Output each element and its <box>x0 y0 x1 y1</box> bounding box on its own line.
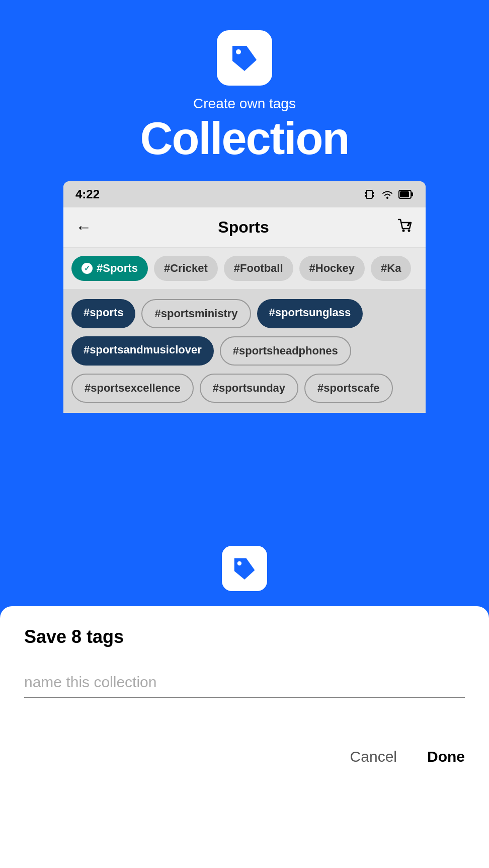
bottom-actions: Cancel Done <box>24 748 465 765</box>
vibrate-icon <box>362 187 376 201</box>
collection-name-input[interactable] <box>24 668 465 698</box>
bottom-overlay: Save 8 tags Cancel Done <box>0 526 489 868</box>
svg-rect-1 <box>366 190 372 198</box>
hashtag-sportsandmusiclover[interactable]: #sportsandmusiclover <box>71 336 214 366</box>
bottom-sheet: Save 8 tags Cancel Done <box>0 606 489 868</box>
filter-tag-cricket[interactable]: #Cricket <box>154 256 218 281</box>
tags-row-3: #sportsexcellence #sportsunday #sportsca… <box>71 374 418 403</box>
filter-tag-label: #Hockey <box>309 262 355 275</box>
collection-tag-icon <box>231 555 259 583</box>
filter-tag-football[interactable]: #Football <box>224 256 293 281</box>
filter-tag-label: #Sports <box>97 262 138 275</box>
header-title: Collection <box>140 116 349 161</box>
svg-rect-4 <box>373 192 374 194</box>
hashtag-sportsexcellence[interactable]: #sportsexcellence <box>71 374 194 403</box>
svg-point-6 <box>386 197 388 199</box>
battery-icon <box>398 189 414 200</box>
cart-icon[interactable] <box>395 216 414 238</box>
hashtag-sportsministry[interactable]: #sportsministry <box>141 299 251 328</box>
filter-tag-label: #Ka <box>381 262 401 275</box>
hashtag-sportsunday[interactable]: #sportsunday <box>200 374 298 403</box>
filter-tag-label: #Cricket <box>164 262 208 275</box>
tags-grid: #sports #sportsministry #sportsunglass #… <box>63 289 426 413</box>
hashtag-sportscafe[interactable]: #sportscafe <box>304 374 393 403</box>
status-bar: 4:22 <box>63 181 426 207</box>
filter-tag-hockey[interactable]: #Hockey <box>299 256 365 281</box>
svg-point-0 <box>236 49 241 54</box>
svg-rect-3 <box>365 195 366 197</box>
svg-rect-5 <box>373 195 374 197</box>
check-icon <box>82 263 93 274</box>
status-icons <box>362 187 414 201</box>
tag-icon <box>228 42 261 75</box>
svg-point-11 <box>408 230 411 232</box>
svg-rect-2 <box>365 192 366 194</box>
wifi-icon <box>380 187 394 201</box>
filter-row: #Sports #Cricket #Football #Hockey #Ka <box>63 248 426 289</box>
app-header: ← Sports <box>63 207 426 248</box>
svg-point-12 <box>237 561 241 565</box>
app-icon <box>217 30 272 86</box>
save-tags-title: Save 8 tags <box>24 626 465 647</box>
filter-tag-ka[interactable]: #Ka <box>371 256 411 281</box>
filter-tag-sports[interactable]: #Sports <box>71 256 148 281</box>
header-subtitle: Create own tags <box>193 96 296 112</box>
phone-mockup: 4:22 <box>63 181 426 413</box>
app-title: Sports <box>218 218 269 237</box>
tags-row-2: #sportsandmusiclover #sportsheadphones <box>71 336 418 366</box>
cancel-button[interactable]: Cancel <box>350 748 397 765</box>
header-section: Create own tags Collection <box>0 0 489 181</box>
back-button[interactable]: ← <box>75 218 92 237</box>
hashtag-sports[interactable]: #sports <box>71 299 135 328</box>
status-time: 4:22 <box>75 187 100 201</box>
tags-row-1: #sports #sportsministry #sportsunglass <box>71 299 418 328</box>
svg-rect-8 <box>411 192 413 196</box>
done-button[interactable]: Done <box>427 748 465 765</box>
svg-rect-9 <box>400 191 409 197</box>
filter-tag-label: #Football <box>234 262 283 275</box>
svg-point-10 <box>402 230 405 232</box>
hashtag-sportsunglass[interactable]: #sportsunglass <box>257 299 363 328</box>
hashtag-sportsheadphones[interactable]: #sportsheadphones <box>220 336 351 366</box>
collection-icon-mid <box>222 546 267 591</box>
